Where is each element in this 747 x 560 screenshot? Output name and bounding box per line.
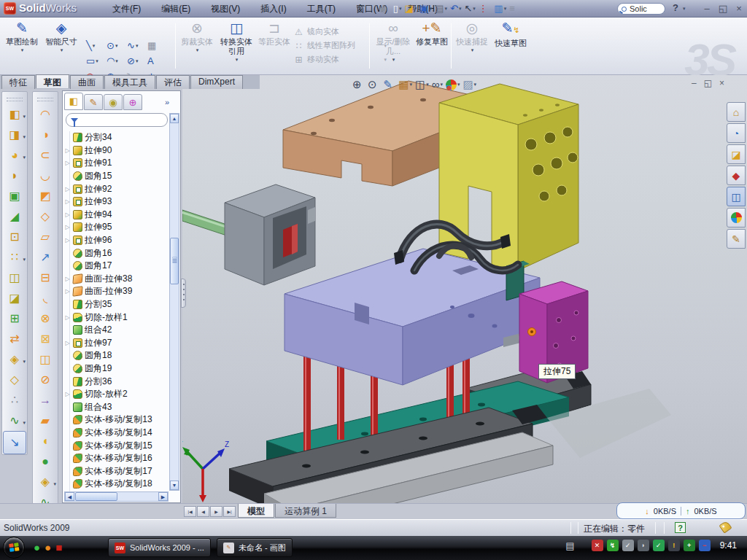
sketch-entity-button[interactable]: ◠▾ [107, 53, 127, 69]
toolbar-button[interactable]: ◪▾ [404, 1, 418, 16]
sketch-entity-button[interactable]: ⊘▾ [127, 53, 147, 69]
toolbar-button[interactable]: ◉▾ [378, 1, 391, 16]
toolbar-button[interactable]: ◇▾ [34, 206, 57, 227]
toolbar-button[interactable]: ◗▾ [3, 166, 26, 186]
view-palette-tab[interactable]: ◫ [727, 187, 746, 206]
sketch-entity-button[interactable]: A▾ [147, 53, 168, 69]
expand-arrow-icon[interactable]: ▷ [64, 391, 71, 397]
view-tool-button[interactable]: ⊙▾ [368, 77, 380, 93]
toolbar-button[interactable]: ◈▾ [34, 472, 57, 492]
expand-arrow-icon[interactable]: ▷ [64, 186, 71, 192]
toolbar-button[interactable]: ◨▾ [3, 125, 26, 145]
browser-icon[interactable]: ● [44, 540, 51, 556]
tree-item[interactable]: ▷ 拉伸97 [64, 337, 169, 350]
volume-icon[interactable]: ◗ [638, 540, 649, 551]
document-tab[interactable]: 模型 [238, 504, 274, 518]
toolbar-button[interactable]: ◪▾ [3, 288, 26, 308]
toolbar-button[interactable]: ▥▾ [493, 1, 507, 16]
minimize-button[interactable]: – [702, 2, 712, 15]
last-tab-button[interactable]: ▶| [223, 506, 236, 517]
move-entities-button[interactable]: ⊞ 移动实体 ▾ [293, 52, 387, 66]
ribbon-tab[interactable]: 草图 [36, 74, 69, 88]
toolbar-button[interactable]: ⋮▾ [478, 1, 492, 16]
expand-arrow-icon[interactable]: ▷ [64, 276, 71, 282]
toolbar-button[interactable]: →▾ [34, 390, 57, 411]
tree-item[interactable]: ▷ 曲面-拉伸38 [64, 273, 169, 286]
menu-item[interactable]: 视图(V) [201, 3, 250, 15]
toolbar-button[interactable]: ◩▾ [34, 186, 57, 206]
expand-arrow-icon[interactable]: ▷ [64, 147, 71, 154]
start-button[interactable] [3, 537, 25, 559]
help-dropdown-icon[interactable]: ▾ [683, 6, 686, 12]
dropdown-arrow-icon[interactable]: ▾ [136, 43, 139, 49]
toolbar-button[interactable]: ◕▾ [3, 145, 26, 166]
tree-item[interactable]: ▷ 实体-移动/复制17 [64, 464, 169, 478]
dropdown-arrow-icon[interactable]: ▾ [23, 114, 26, 120]
resources-tab[interactable]: ◔ [727, 123, 746, 143]
expand-arrow-icon[interactable]: ▷ [64, 237, 71, 244]
view-tool-button[interactable]: ◫▾ [415, 77, 429, 93]
dropdown-arrow-icon[interactable]: ▾ [23, 420, 26, 426]
tree-item[interactable]: ▷ 拉伸95 [64, 221, 169, 234]
sketch-entity-button[interactable]: ▭▾ [86, 53, 107, 69]
dropdown-arrow-icon[interactable]: ▾ [115, 43, 118, 49]
expand-arrow-icon[interactable]: ▷ [64, 314, 71, 321]
tree-item[interactable]: ▷ 切除-放样1 [64, 311, 169, 324]
featuremanager-tab[interactable]: ◧ [64, 93, 83, 110]
toolbar-button[interactable]: ▣▾ [419, 1, 433, 16]
toolbar-button[interactable]: ◟▾ [34, 288, 57, 308]
sketch-button[interactable]: ✎ 草图绘制 ▾ [4, 20, 39, 72]
toolbar-button[interactable]: ⊟▾ [34, 268, 57, 288]
tree-item[interactable]: ▷ 实体-移动/复制15 [64, 439, 169, 452]
menu-item[interactable]: 编辑(E) [151, 3, 201, 15]
view-tool-button[interactable]: ▨▾ [462, 77, 476, 93]
tree-item[interactable]: ▷ 实体-移动/复制16 [64, 452, 169, 465]
ribbon-tab[interactable]: DimXpert [190, 75, 243, 89]
menu-item[interactable]: 工具(T) [297, 3, 346, 15]
toolbar-button[interactable]: ◢▾ [3, 206, 26, 227]
keyboard-icon[interactable]: ▤ [565, 540, 574, 551]
dropdown-arrow-icon[interactable]: ▾ [93, 43, 96, 49]
tag-icon[interactable] [719, 520, 732, 533]
antivirus-icon[interactable]: ✕ [592, 540, 603, 551]
solidworks-quicklaunch-icon[interactable]: ■ [55, 540, 62, 556]
toolbar-button[interactable]: ⊠▾ [34, 329, 57, 349]
convert-entities-button[interactable]: ◫ 转换实体引用 ▾ [217, 20, 255, 72]
toolbar-button[interactable]: ⊘▾ [34, 370, 57, 390]
menu-item[interactable]: 插入(I) [250, 3, 296, 15]
custom-properties-tab[interactable]: ✎ [727, 229, 746, 249]
dropdown-arrow-icon[interactable]: ▾ [473, 6, 476, 12]
doc-restore-button[interactable]: ◱ [704, 78, 712, 88]
tree-item[interactable]: ▷ 圆角19 [64, 362, 169, 376]
prev-tab-button[interactable]: ◀ [197, 506, 209, 517]
gear-check-icon[interactable]: ✓ [622, 540, 634, 551]
ribbon-tab[interactable]: 评估 [156, 75, 190, 89]
taskbar-task-button[interactable]: SW SolidWorks 2009 - ... [108, 538, 211, 557]
home-tab[interactable]: ⌂ [727, 102, 746, 122]
dropdown-arrow-icon[interactable]: ▾ [440, 82, 443, 88]
toolbar-button[interactable]: ◇▾ [3, 370, 26, 390]
toolbar-button[interactable]: ⊞▾ [3, 308, 26, 329]
taskbar-task-button[interactable]: ✎ 未命名 - 画图 [217, 538, 293, 557]
toolbar-button[interactable]: ◫▾ [34, 349, 57, 370]
toolbox-tab[interactable]: ◆ [727, 166, 746, 185]
search-input[interactable]: Solic [630, 4, 647, 13]
dropdown-arrow-icon[interactable]: ▾ [5, 47, 39, 53]
warning-icon[interactable]: ! [668, 540, 680, 551]
toolbar-button[interactable]: ↗▾ [34, 247, 57, 268]
view-tool-button[interactable]: ●▾ [446, 79, 460, 90]
toolbar-button[interactable]: ⊗▾ [34, 308, 57, 329]
dropdown-arrow-icon[interactable]: ▾ [409, 82, 412, 88]
tree-item[interactable]: ▷ 实体-移动/复制18 [64, 478, 169, 491]
design-library-tab[interactable]: ◪ [727, 144, 746, 164]
close-button[interactable]: × [734, 2, 744, 15]
tree-item[interactable]: ▷ 拉伸90 [64, 144, 169, 158]
security-plus-icon[interactable]: + [684, 540, 695, 551]
taskbar-clock[interactable]: 9:41 [720, 540, 737, 551]
tree-horizontal-scrollbar[interactable]: ◀ ▶ [64, 491, 169, 502]
tree-vertical-scrollbar[interactable]: ▲ ▼ [169, 113, 179, 491]
dropdown-arrow-icon[interactable]: ▾ [23, 155, 26, 160]
doc-minimize-button[interactable]: – [692, 78, 697, 88]
configurationmanager-tab[interactable]: ◉ [104, 94, 123, 110]
dropdown-arrow-icon[interactable]: ▾ [23, 134, 26, 140]
